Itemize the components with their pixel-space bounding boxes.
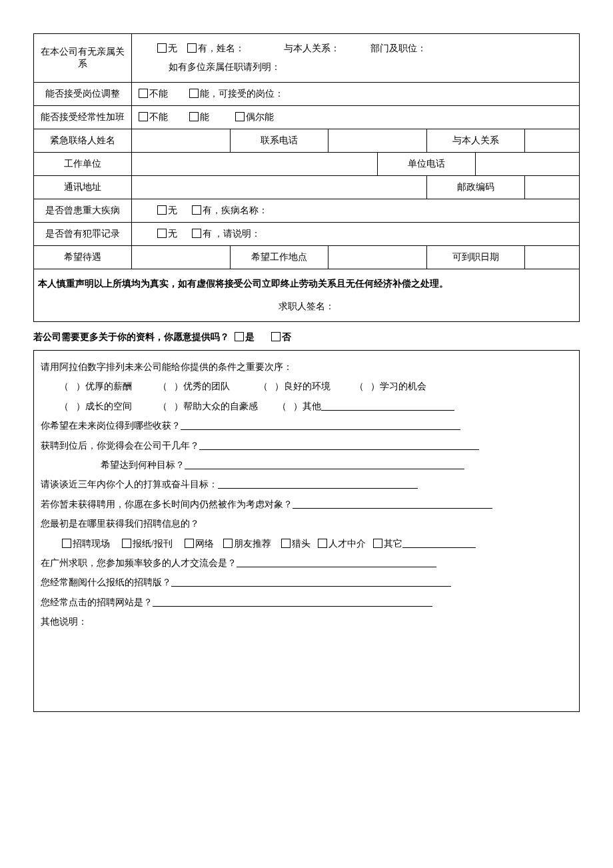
checkbox-relatives-has[interactable] bbox=[187, 43, 197, 53]
declaration-text: 本人慎重声明以上所填均为真实，如有虚假将接受公司立即终止劳动关系且无任何经济补偿… bbox=[38, 279, 448, 289]
location-label: 希望工作地点 bbox=[230, 246, 328, 269]
salary-value[interactable] bbox=[132, 246, 230, 269]
gain-input[interactable] bbox=[181, 420, 460, 430]
checkbox-src-hunter[interactable] bbox=[281, 539, 291, 548]
checkbox-more-no[interactable] bbox=[271, 332, 281, 341]
checkbox-src-agency[interactable] bbox=[318, 539, 327, 548]
q-gain: 你希望在未来岗位得到哪些收获？ bbox=[41, 416, 572, 435]
emergency-phone-label: 联系电话 bbox=[230, 129, 328, 153]
q-source: 您最初是在哪里获得我们招聘信息的？ bbox=[41, 514, 572, 533]
q-years: 获聘到位后，你觉得会在公司干几年？ bbox=[41, 436, 572, 455]
checkbox-relatives-none[interactable] bbox=[157, 43, 167, 53]
checkbox-illness-has[interactable] bbox=[192, 205, 201, 215]
rank-options-row1[interactable]: （ ）优厚的薪酬 （ ）优秀的团队 （ ）良好的环境 （ ）学习的机会 bbox=[41, 377, 572, 396]
zip-label: 邮政编码 bbox=[426, 176, 524, 199]
rank-options-row2[interactable]: （ ）成长的空间 （ ）帮助大众的自豪感 （ ）其他 bbox=[41, 397, 572, 416]
salary-label: 希望待遇 bbox=[34, 246, 132, 269]
crime-label: 是否曾有犯罪记录 bbox=[34, 223, 132, 246]
checkbox-ot-yes[interactable] bbox=[189, 112, 199, 121]
work-unit-label: 工作单位 bbox=[34, 153, 132, 176]
checkbox-src-web[interactable] bbox=[185, 539, 194, 548]
plan-input[interactable] bbox=[218, 479, 418, 489]
checkbox-ot-no[interactable] bbox=[139, 112, 148, 121]
checkbox-src-other[interactable] bbox=[373, 539, 382, 548]
q-site: 您经常点击的招聘网站是？ bbox=[41, 593, 572, 612]
crime-cell[interactable]: 无 有 ，请说明： bbox=[132, 223, 580, 246]
declaration-cell: 本人慎重声明以上所填均为真实，如有虚假将接受公司立即终止劳动关系且无任何经济补偿… bbox=[34, 269, 580, 322]
checkbox-adjust-no[interactable] bbox=[139, 89, 148, 98]
startdate-value[interactable] bbox=[525, 246, 580, 269]
source-options[interactable]: 招聘现场 报纸/报刊 网络 朋友推荐 猎头 人才中介 其它 bbox=[41, 534, 572, 553]
emergency-name-label: 紧急联络人姓名 bbox=[34, 129, 132, 153]
work-tel-value[interactable] bbox=[476, 153, 580, 176]
emergency-relation-label: 与本人关系 bbox=[426, 129, 524, 153]
location-value[interactable] bbox=[328, 246, 426, 269]
emergency-relation-value[interactable] bbox=[525, 129, 580, 153]
addr-value[interactable] bbox=[132, 176, 426, 199]
q-wait: 若你暂未获得聘用，你愿在多长时间内仍然被作为考虑对象？ bbox=[41, 495, 572, 514]
site-input[interactable] bbox=[153, 597, 432, 607]
checkbox-crime-has[interactable] bbox=[192, 229, 201, 238]
startdate-label: 可到职日期 bbox=[426, 246, 524, 269]
job-adjust-cell[interactable]: 不能 能，可接受的岗位： bbox=[132, 83, 580, 106]
goal-input[interactable] bbox=[185, 459, 464, 469]
work-tel-label: 单位电话 bbox=[377, 153, 475, 176]
job-adjust-label: 能否接受岗位调整 bbox=[34, 83, 132, 106]
q-goal: 希望达到何种目标？ bbox=[41, 455, 572, 475]
emergency-phone-value[interactable] bbox=[328, 129, 426, 153]
addr-label: 通讯地址 bbox=[34, 176, 132, 199]
checkbox-illness-none[interactable] bbox=[157, 205, 167, 215]
illness-cell[interactable]: 无 有，疾病名称： bbox=[132, 199, 580, 223]
wait-input[interactable] bbox=[293, 499, 492, 509]
q-other: 其他说明： bbox=[41, 612, 572, 631]
fair-input[interactable] bbox=[237, 557, 436, 567]
work-unit-value[interactable] bbox=[132, 153, 378, 176]
q-paper: 您经常翻阅什么报纸的招聘版？ bbox=[41, 573, 572, 592]
application-form-table: 在本公司有无亲属关系 无 有，姓名： 与本人关系： 部门及职位： 如有多位亲属任… bbox=[33, 33, 580, 322]
signature-label: 求职人签名： bbox=[279, 301, 334, 311]
checkbox-src-site[interactable] bbox=[62, 539, 71, 548]
other-notes-area[interactable] bbox=[41, 631, 572, 705]
relatives-label: 在本公司有无亲属关系 bbox=[34, 34, 132, 83]
overtime-cell[interactable]: 不能 能 偶尔能 bbox=[132, 106, 580, 129]
checkbox-more-yes[interactable] bbox=[235, 332, 244, 341]
checkbox-ot-sometimes[interactable] bbox=[235, 112, 245, 121]
q-fair: 在广州求职，您参加频率较多的人才交流会是？ bbox=[41, 553, 572, 573]
checkbox-src-paper[interactable] bbox=[122, 539, 131, 548]
emergency-name-value[interactable] bbox=[132, 129, 230, 153]
questionnaire-box: 请用阿拉伯数字排列未来公司能给你提供的条件之重要次序： （ ）优厚的薪酬 （ ）… bbox=[33, 350, 580, 712]
q-plan: 请谈谈近三年内你个人的打算或奋斗目标： bbox=[41, 475, 572, 494]
years-input[interactable] bbox=[199, 440, 479, 450]
illness-label: 是否曾患重大疾病 bbox=[34, 199, 132, 223]
zip-value[interactable] bbox=[525, 176, 580, 199]
paper-input[interactable] bbox=[171, 577, 451, 587]
checkbox-src-friend[interactable] bbox=[223, 539, 233, 548]
more-info-question: 若公司需要更多关于你的资料，你愿意提供吗？ 是 否 bbox=[33, 331, 580, 343]
rank-intro: 请用阿拉伯数字排列未来公司能给你提供的条件之重要次序： bbox=[41, 357, 572, 377]
checkbox-crime-none[interactable] bbox=[157, 229, 167, 238]
relatives-cell[interactable]: 无 有，姓名： 与本人关系： 部门及职位： 如有多位亲属任职请列明： bbox=[132, 34, 580, 83]
overtime-label: 能否接受经常性加班 bbox=[34, 106, 132, 129]
checkbox-adjust-yes[interactable] bbox=[189, 89, 199, 98]
